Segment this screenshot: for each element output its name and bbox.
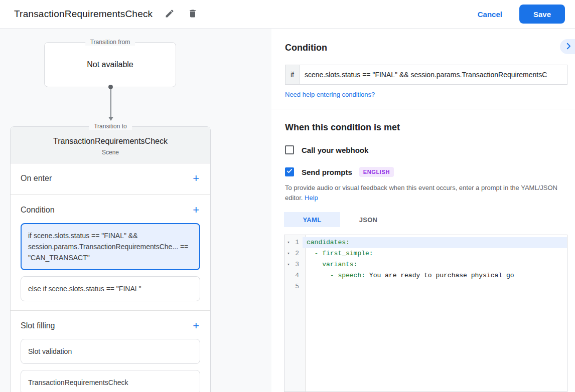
trash-icon [188, 9, 198, 20]
webhook-option-row: Call your webhook [285, 145, 575, 154]
scene-name: TransactionRequirementsCheck [16, 137, 205, 146]
code-line[interactable]: 5 [284, 281, 567, 292]
panel-divider [271, 109, 575, 109]
code-text: variants: [303, 259, 567, 270]
tab-json[interactable]: JSON [340, 212, 396, 227]
scene-diagram-panel: Transition from Not available Transition… [0, 29, 271, 392]
delete-button[interactable] [187, 8, 199, 20]
transition-from-value: Not available [45, 43, 176, 87]
code-text: - first_simple: [303, 248, 567, 259]
app-header: TransactionRequirementsCheck Cancel Save [0, 0, 575, 29]
condition-item-selected[interactable]: if scene.slots.status == "FINAL" && sess… [21, 223, 200, 270]
page-title: TransactionRequirementsCheck [14, 9, 153, 20]
add-slot-button[interactable]: + [192, 321, 200, 331]
code-line[interactable]: ▾1candidates: [284, 237, 567, 248]
fold-toggle-icon [284, 270, 293, 281]
send-prompts-option-row: Send prompts ENGLISH [285, 167, 575, 177]
editor-format-tabs: YAML JSON [284, 212, 575, 227]
line-number: 1 [293, 237, 303, 248]
yaml-code-editor[interactable]: ▾1candidates:▾2 - first_simple:▾3 varian… [284, 235, 567, 392]
scene-card-header[interactable]: TransactionRequirementsCheck Scene [11, 127, 210, 163]
slot-filling-label: Slot filling [21, 321, 55, 330]
conditions-help-link[interactable]: Need help entering conditions? [285, 91, 575, 98]
when-condition-met-title: When this condition is met [285, 122, 575, 133]
save-button[interactable]: Save [519, 5, 565, 24]
send-prompts-checkbox[interactable] [285, 167, 294, 176]
send-prompts-label: Send prompts [302, 168, 352, 176]
fold-toggle-icon[interactable]: ▾ [284, 248, 293, 259]
tab-yaml[interactable]: YAML [284, 212, 340, 227]
code-line[interactable]: 4 - speech: You are ready to purchase ph… [284, 270, 567, 281]
line-number: 4 [293, 270, 303, 281]
fold-toggle-icon[interactable]: ▾ [284, 259, 293, 270]
call-webhook-label: Call your webhook [302, 146, 368, 154]
slot-item-validation[interactable]: Slot validation [21, 339, 200, 364]
main-content: Transition from Not available Transition… [0, 29, 575, 392]
condition-label: Condition [21, 206, 55, 215]
code-text: - speech: You are ready to purchase phys… [303, 270, 567, 281]
arrow-origin-dot [108, 85, 113, 89]
condition-item[interactable]: else if scene.slots.status == "FINAL" [21, 276, 200, 301]
pencil-icon [165, 9, 175, 20]
code-line[interactable]: ▾2 - first_simple: [284, 248, 567, 259]
fold-toggle-icon [284, 281, 293, 292]
language-badge: ENGLISH [359, 167, 394, 177]
code-text [303, 281, 567, 292]
on-enter-label: On enter [21, 174, 52, 183]
transition-from-label: Transition from [85, 39, 135, 46]
cancel-button[interactable]: Cancel [470, 6, 510, 23]
condition-section: Condition + if scene.slots.status == "FI… [11, 195, 210, 311]
call-webhook-checkbox[interactable] [285, 145, 294, 154]
add-condition-button[interactable]: + [192, 205, 200, 215]
transition-to-card: Transition to TransactionRequirementsChe… [10, 126, 211, 392]
collapse-panel-button[interactable] [560, 39, 575, 54]
chevron-right-icon [564, 42, 573, 52]
on-enter-section: On enter + [11, 163, 210, 195]
condition-expression-row: if [285, 65, 567, 85]
code-lines: ▾1candidates:▾2 - first_simple:▾3 varian… [284, 237, 567, 292]
condition-detail-panel: Condition if Need help entering conditio… [271, 29, 575, 392]
add-on-enter-button[interactable]: + [192, 173, 200, 183]
transition-to-label: Transition to [89, 123, 132, 130]
prompt-helper-text: To provide audio or visual feedback when… [285, 183, 568, 203]
code-text: candidates: [303, 237, 567, 248]
transition-from-box: Transition from Not available [44, 42, 176, 87]
line-number: 2 [293, 248, 303, 259]
condition-expression-input[interactable] [299, 65, 567, 85]
slot-filling-section: Slot filling + Slot validation Transacti… [11, 311, 210, 392]
transition-arrow [108, 85, 113, 121]
line-number: 5 [293, 281, 303, 292]
slot-item-transaction-requirements[interactable]: TransactionRequirementsCheck [21, 370, 200, 392]
helper-text-body: To provide audio or visual feedback when… [285, 184, 557, 202]
arrow-line [110, 89, 111, 117]
fold-toggle-icon[interactable]: ▾ [284, 237, 293, 248]
checkmark-icon [286, 167, 293, 176]
scene-type-label: Scene [16, 149, 205, 156]
if-label: if [285, 65, 299, 85]
arrow-head-icon [108, 117, 113, 121]
help-link[interactable]: Help [305, 194, 318, 202]
edit-button[interactable] [164, 8, 176, 20]
panel-title: Condition [285, 43, 575, 53]
code-line[interactable]: ▾3 variants: [284, 259, 567, 270]
line-number: 3 [293, 259, 303, 270]
